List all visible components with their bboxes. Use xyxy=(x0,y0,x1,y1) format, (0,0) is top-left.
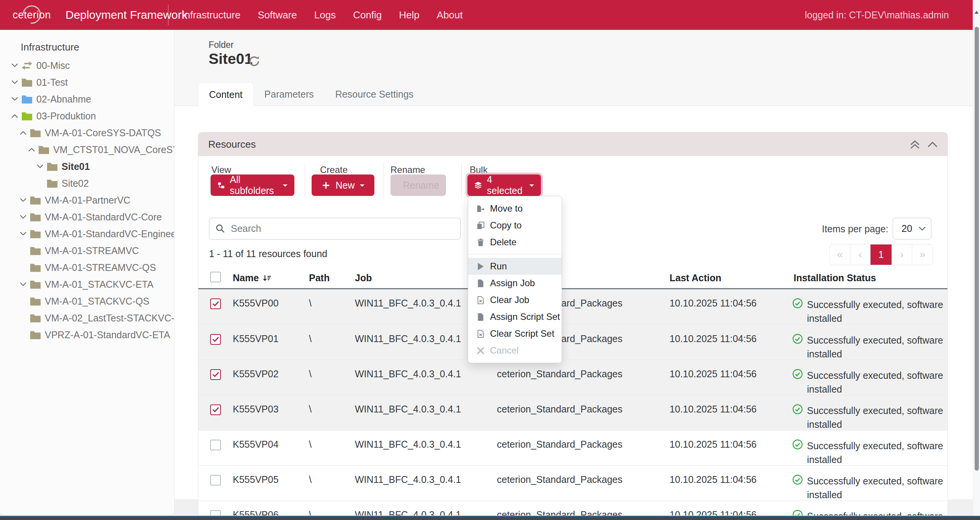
nav-item-help[interactable]: Help xyxy=(399,9,419,21)
row-checkbox[interactable] xyxy=(210,475,221,486)
tree-item-vm-a-01-stackvc-eta[interactable]: VM-A-01_STACKVC-ETA xyxy=(0,276,174,293)
nav-item-config[interactable]: Config xyxy=(353,9,382,21)
collapse-all-icon[interactable] xyxy=(910,139,920,149)
tab-parameters[interactable]: Parameters xyxy=(254,82,325,106)
first-page-button[interactable]: « xyxy=(830,245,850,265)
row-checkbox-checked[interactable] xyxy=(210,334,221,345)
refresh-icon[interactable] xyxy=(248,55,260,67)
tree-item-vm-ctst01-nova-coresys-da[interactable]: VM_CTST01_NOVA_CoreSYS-DA xyxy=(0,141,174,158)
folder-icon xyxy=(30,196,41,205)
next-page-button[interactable]: › xyxy=(892,245,912,265)
table-row[interactable]: K555VP03\WIN11_BFC_4.0.3_0.4.1ceterion_S… xyxy=(198,395,947,430)
tree-item-01-test[interactable]: 01-Test xyxy=(0,74,174,91)
tree-item-vm-a-01-stackvc-qs[interactable]: VM-A-01_STACKVC-QS xyxy=(0,293,174,310)
status-success-icon-wrap xyxy=(792,369,803,379)
cell-path: \ xyxy=(309,298,312,309)
cell-script-set: ceterion_Standard_Packages xyxy=(497,509,622,516)
menu-item-delete[interactable]: Delete xyxy=(468,234,562,251)
checkmark-icon xyxy=(212,407,219,412)
tree-chevron-down-icon[interactable] xyxy=(16,212,30,222)
table-row[interactable]: K555VP06\WIN11_BFC_4.0.3_0.4.1ceterion_S… xyxy=(198,500,947,516)
tree-chevron-up-icon[interactable] xyxy=(24,145,38,155)
rename-button[interactable]: Rename xyxy=(390,174,446,196)
menu-item-clear-job[interactable]: Clear Job xyxy=(468,292,562,308)
tab-resource-settings[interactable]: Resource Settings xyxy=(325,82,424,106)
collapse-panel-icon[interactable] xyxy=(928,139,938,149)
table-row[interactable]: K555VP05\WIN11_BFC_4.0.3_0.4.1ceterion_S… xyxy=(198,465,947,500)
nav-item-logs[interactable]: Logs xyxy=(314,9,336,21)
tree-item-03-produktion[interactable]: 03-Produktion xyxy=(0,108,174,124)
tree-chevron-down-icon xyxy=(20,231,26,236)
tree-item-site02[interactable]: Site02 xyxy=(0,175,174,192)
cell-job: WIN11_BFC_4.0.3_0.4.1 xyxy=(355,439,461,450)
scroll-up-icon[interactable] xyxy=(974,10,979,15)
menu-item-cancel[interactable]: Cancel xyxy=(468,342,562,359)
page-scrollbar[interactable] xyxy=(973,0,980,516)
table-row[interactable]: K555VP00\WIN11_BFC_4.0.3_0.4.1ceterion_S… xyxy=(198,289,947,324)
tree-item-label: VM-A-01_STACKVC-QS xyxy=(45,296,149,307)
tree-item-vm-a-01-partnervc[interactable]: VM-A-01-PartnerVC xyxy=(0,192,174,209)
tree-item-00-misc[interactable]: 00-Misc xyxy=(0,57,174,74)
menu-item-move-to[interactable]: Move to xyxy=(468,200,562,217)
tree-chevron-down-icon[interactable] xyxy=(8,94,21,104)
tree-item-vm-a-01-streamvc[interactable]: VM-A-01-STREAMVC xyxy=(0,242,174,259)
row-checkbox-checked[interactable] xyxy=(210,404,221,415)
panel-title: Resources xyxy=(208,139,256,150)
tree-chevron-down-icon[interactable] xyxy=(33,161,47,171)
tree-item-02-abnahme[interactable]: 02-Abnahme xyxy=(0,91,174,108)
table-row[interactable]: K555VP01\WIN11_BFC_4.0.3_0.4.1ceterion_S… xyxy=(198,324,947,360)
tree-item-vm-a-02-lasttest-stackvc-eta[interactable]: VM-A-02_LastTest-STACKVC-ETA xyxy=(0,310,174,326)
tree-item-vm-a-01-standardvc-core[interactable]: VM-A-01-StandardVC-Core xyxy=(0,209,174,225)
items-per-page-select[interactable]: 20 xyxy=(893,218,931,240)
row-checkbox[interactable] xyxy=(210,510,221,516)
column-header-name[interactable]: Name xyxy=(233,272,272,284)
new-button[interactable]: New xyxy=(312,174,374,196)
prev-page-button[interactable]: ‹ xyxy=(850,245,871,265)
table-row[interactable]: K555VP02\WIN11_BFC_4.0.3_0.4.1ceterion_S… xyxy=(198,360,947,395)
menu-item-assign-job[interactable]: Assign Job xyxy=(468,275,562,292)
tree-item-vm-a-01-streamvc-qs[interactable]: VM-A-01-STREAMVC-QS xyxy=(0,259,174,276)
folder-icon xyxy=(21,78,33,87)
menu-item-label: Run xyxy=(490,261,507,272)
installation-status-text: Successfully executed, software installe… xyxy=(807,333,946,361)
menu-item-assign-script-set[interactable]: Assign Script Set xyxy=(468,308,562,325)
tree-chevron-down-icon[interactable] xyxy=(16,279,30,289)
tree-item-label: VM-A-01_STACKVC-ETA xyxy=(45,279,154,290)
tree-chevron-down-icon[interactable] xyxy=(8,77,21,87)
row-checkbox-checked[interactable] xyxy=(210,369,221,380)
search-input[interactable] xyxy=(209,218,461,240)
nav-item-about[interactable]: About xyxy=(437,9,463,21)
cell-job: WIN11_BFC_4.0.3_0.4.1 xyxy=(355,298,461,309)
cell-name: K555VP02 xyxy=(233,368,279,380)
tree-chevron-up-icon xyxy=(20,130,26,135)
nav-item-infrastructure[interactable]: Infrastructure xyxy=(182,9,240,21)
menu-item-copy-to[interactable]: Copy to xyxy=(468,217,562,234)
page-number-button[interactable]: 1 xyxy=(871,245,892,265)
row-checkbox[interactable] xyxy=(210,440,221,450)
tree-chevron-down-icon[interactable] xyxy=(16,229,30,239)
tab-content[interactable]: Content xyxy=(198,82,254,107)
tree-chevron-down-icon[interactable] xyxy=(16,195,30,205)
view-subfolders-button[interactable]: All subfolders xyxy=(211,174,294,196)
tree-item-vm-a-01-coresys-datqs[interactable]: VM-A-01-CoreSYS-DATQS xyxy=(0,124,174,141)
nav-item-software[interactable]: Software xyxy=(258,9,297,21)
column-header-job: Job xyxy=(355,272,372,284)
bulk-selected-button[interactable]: 4 selected xyxy=(467,174,541,196)
menu-item-clear-script-set[interactable]: Clear Script Set xyxy=(468,325,562,342)
cell-script-set: ceterion_Standard_Packages xyxy=(497,439,622,450)
last-page-button[interactable]: » xyxy=(912,245,933,265)
menu-item-run[interactable]: Run xyxy=(468,258,562,275)
select-all-checkbox[interactable] xyxy=(210,272,221,282)
status-success-icon xyxy=(792,369,803,379)
tree-item-vprz-a-01-standardvc-eta[interactable]: VPRZ-A-01-StandardVC-ETA xyxy=(0,326,174,343)
tree-chevron-up-icon[interactable] xyxy=(8,111,21,121)
scrollbar-thumb[interactable] xyxy=(975,27,979,471)
row-checkbox-checked[interactable] xyxy=(210,298,221,309)
tree-item-site01[interactable]: Site01 xyxy=(0,158,174,175)
tree-chevron-up-icon[interactable] xyxy=(16,128,30,138)
tree-chevron-down-icon[interactable] xyxy=(8,60,21,70)
folder-icon xyxy=(30,313,41,323)
table-row[interactable]: K555VP04\WIN11_BFC_4.0.3_0.4.1ceterion_S… xyxy=(198,430,947,465)
tree-item-vm-a-01-standardvc-engineerin[interactable]: VM-A-01-StandardVC-Engineerin xyxy=(0,225,174,242)
taskbar-edge xyxy=(0,516,980,520)
